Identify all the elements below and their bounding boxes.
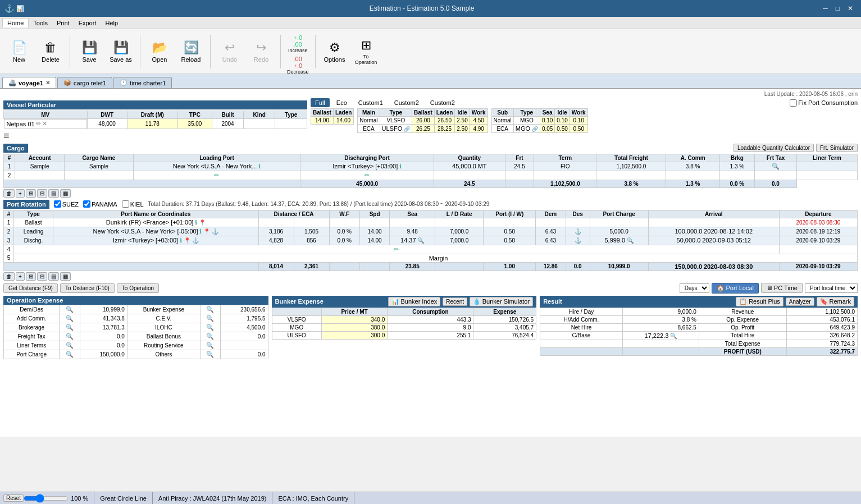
pr-row3-wf[interactable]: 0.0 % (329, 236, 359, 245)
pr-btn6[interactable]: ▦ (60, 272, 71, 281)
reload-button[interactable]: 🔄 Reload (176, 33, 206, 70)
zoom-slider[interactable] (24, 494, 69, 503)
pr-row2-spd[interactable]: 14.00 (359, 227, 390, 236)
fuel-tab-custom2b[interactable]: Custom2 (426, 98, 459, 107)
bl-ballast-val[interactable]: 14.00 (311, 117, 334, 125)
pr-row2-port[interactable]: New York <U.S.A - New York> [-05:00] ℹ 📍… (53, 227, 258, 236)
mc-normal-ballast[interactable]: 26.00 (412, 117, 435, 125)
save-button[interactable]: 💾 Save (75, 33, 104, 70)
pr-row3-info-icon[interactable]: ℹ (180, 237, 182, 244)
cargo-btn4[interactable]: ⊟ (37, 189, 47, 198)
sc-normal-sea[interactable]: 0.10 (540, 117, 554, 125)
pr-row1-port[interactable]: Dunkirk (FR) <France> [+01:00] ℹ 📍 (53, 218, 258, 227)
cargo-row2-loading[interactable]: ✏ (133, 171, 300, 180)
menu-tools[interactable]: Tools (29, 19, 52, 28)
pr-row2-charge[interactable]: 5,000.0 (590, 227, 648, 236)
cargo-row1-term[interactable]: FIO (534, 162, 596, 171)
tab-voyage1[interactable]: 🚢 voyage1 ✕ (2, 77, 56, 88)
pr-row4-edit-icon[interactable]: ✏ (394, 246, 399, 253)
op-demdes-search[interactable]: 🔍 (66, 306, 74, 313)
pr-row1-info-icon[interactable]: ℹ (195, 219, 197, 226)
kiel-checkbox-label[interactable]: KIEL (122, 200, 144, 208)
eca-type-link-icon[interactable]: 🔗 (404, 126, 410, 132)
mc-eca-laden[interactable]: 28.25 (434, 125, 454, 133)
pr-row3-freight[interactable]: 50,000.0 2020-09-03 05:12 (648, 236, 779, 245)
op-addcomm-search[interactable]: 🔍 (66, 315, 74, 322)
bk-ulsfo-price[interactable]: 300.0 (321, 331, 387, 339)
pr-row2-freight[interactable]: 100,000.0 2020-08-12 14:02 (648, 227, 779, 236)
pr-row3-des[interactable]: ⚓ (566, 236, 590, 245)
pr-row1-type[interactable]: Ballast (14, 218, 53, 227)
cargo-btn6[interactable]: ▦ (60, 189, 71, 198)
cargo-delete-btn[interactable]: 🗑 (3, 189, 15, 198)
pr-row2-port-iw[interactable]: 0.50 (484, 227, 536, 236)
pr-row2-departure[interactable]: 2020-08-19 12:19 (779, 227, 857, 236)
pr-row2-ld[interactable]: 7,000.0 (435, 227, 484, 236)
vessel-tpc-cell[interactable]: 35.00 (177, 119, 212, 129)
pr-row3-type[interactable]: Dischg. (14, 236, 53, 245)
maximize-btn[interactable]: □ (832, 3, 843, 13)
mc-normal-work[interactable]: 4.50 (470, 117, 488, 125)
fuel-tab-eco[interactable]: Eco (332, 98, 352, 107)
pr-row-1[interactable]: 1 Ballast Dunkirk (FR) <France> [+01:00]… (4, 218, 858, 227)
bunker-sim-btn[interactable]: 💧 Bunker Simulator (470, 297, 533, 306)
cargo-btn5[interactable]: ▤ (48, 189, 59, 198)
pr-row2-anchor2-icon[interactable]: ⚓ (575, 228, 581, 235)
remark-btn[interactable]: 🔖 Remark (817, 297, 854, 306)
pr-row3-map-icon[interactable]: 📍 (184, 237, 190, 244)
pr-add-btn[interactable]: + (16, 272, 25, 281)
close-btn[interactable]: ✕ (844, 3, 857, 13)
cargo-add-btn[interactable]: + (16, 189, 25, 198)
mc-normal-idle[interactable]: 2.50 (455, 117, 470, 125)
pr-btn5[interactable]: ▤ (48, 272, 59, 281)
decrease-button[interactable]: .00+.0 Decrease (285, 54, 311, 76)
pr-btn3[interactable]: ⊞ (26, 272, 36, 281)
sc-eca-sea[interactable]: 0.05 (540, 125, 554, 133)
menu-print[interactable]: Print (52, 19, 74, 28)
sc-eca-work[interactable]: 0.50 (570, 125, 587, 133)
op-brokerage-search[interactable]: 🔍 (66, 324, 74, 331)
pr-row-2[interactable]: 2 Loading New York <U.S.A - New York> [-… (4, 227, 858, 236)
sc-normal-type[interactable]: MGO (513, 117, 540, 125)
cargo-row2-qty[interactable] (434, 171, 505, 180)
suez-checkbox[interactable] (54, 200, 61, 208)
mc-normal-type[interactable]: VLSFO (380, 117, 412, 125)
get-distance-btn[interactable]: Get Distance (F9) (3, 283, 58, 293)
discharging-port-info-icon[interactable]: ℹ (399, 163, 402, 169)
op-ilohc-search[interactable]: 🔍 (206, 324, 214, 331)
pr-row3-dist[interactable]: 4,828 (258, 236, 294, 245)
pr-row2-eca[interactable]: 1,505 (294, 227, 329, 236)
pr-row3-search-icon[interactable]: 🔍 (417, 237, 424, 244)
pr-row3-port[interactable]: Izmir <Turkey> [+03:00] ℹ 📍 ⚓ (53, 236, 258, 245)
bunker-index-btn[interactable]: 📊 Bunker Index (388, 297, 441, 306)
pr-btn4[interactable]: ⊟ (37, 272, 47, 281)
pr-row2-info-icon[interactable]: ℹ (199, 228, 202, 235)
loading-port-info-icon[interactable]: ℹ (258, 163, 261, 169)
edit-vessel-icon[interactable]: ✏ (36, 120, 41, 127)
loadable-calc-btn[interactable]: Loadable Quantity Calculator (734, 144, 814, 152)
cargo-row1-frttax[interactable]: 🔍 (755, 162, 797, 171)
mc-eca-work[interactable]: 4.90 (470, 125, 488, 133)
menu-help[interactable]: Help (101, 19, 122, 28)
analyzer-btn[interactable]: Analyzer (786, 297, 814, 306)
pr-row3-ld[interactable]: 7,000.0 (435, 236, 484, 245)
save-as-button[interactable]: 💾 Save as (106, 33, 135, 70)
fix-port-checkbox[interactable] (790, 99, 797, 107)
frt-simulator-btn[interactable]: Frt. Simulator (816, 144, 858, 152)
op-linerterms-search[interactable]: 🔍 (66, 342, 74, 349)
increase-button[interactable]: +.0.00 Increase (285, 33, 311, 54)
vessel-mv-cell[interactable]: Netpas 01 ✏ ✕ (4, 119, 87, 129)
pr-row2-map-icon[interactable]: 📍 (203, 228, 210, 235)
pr-row3-sea[interactable]: 14.37 🔍 (390, 236, 435, 245)
panama-checkbox-label[interactable]: PANAMA (83, 200, 117, 208)
op-bunker-search[interactable]: 🔍 (206, 306, 214, 313)
sc-normal-idle[interactable]: 0.10 (555, 117, 570, 125)
pr-row3-port-iw[interactable]: 0.50 (484, 236, 536, 245)
to-distance-btn[interactable]: To Distance (F10) (60, 283, 115, 293)
pr-row2-dem[interactable]: 6.43 (536, 227, 566, 236)
menu-export[interactable]: Export (74, 19, 101, 28)
sc-normal-work[interactable]: 0.10 (570, 117, 587, 125)
pr-row3-departure[interactable]: 2020-09-10 03:29 (779, 236, 857, 245)
pc-time-btn[interactable]: 🖥 PC Time (761, 283, 803, 293)
to-operation-dist-btn[interactable]: To Operation (117, 283, 159, 293)
